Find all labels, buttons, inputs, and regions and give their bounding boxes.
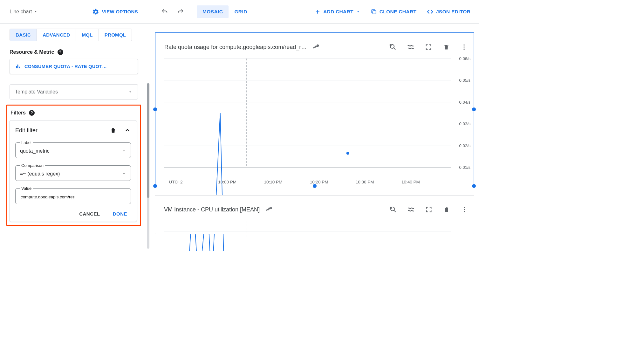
copy-icon: [371, 9, 377, 15]
chart-data-point: [346, 152, 349, 155]
svg-point-5: [390, 45, 394, 48]
chart-card-cpu-util[interactable]: VM Instance - CPU utilization [MEAN]: [155, 195, 474, 234]
caret-down-icon: [34, 10, 38, 14]
y-tick: 0.02/s: [459, 143, 470, 148]
done-button[interactable]: DONE: [113, 211, 127, 217]
resize-handle-right[interactable]: [472, 107, 476, 111]
tab-basic[interactable]: BASIC: [10, 29, 37, 41]
svg-point-12: [464, 209, 465, 210]
legend-button[interactable]: [404, 40, 418, 54]
resize-handle-br[interactable]: [472, 184, 476, 188]
legend-button[interactable]: [404, 203, 418, 217]
trash-icon: [443, 206, 450, 213]
delete-chart-button[interactable]: [439, 40, 453, 54]
clone-chart-button[interactable]: CLONE CHART: [366, 9, 421, 15]
filter-value-field[interactable]: Value: [15, 186, 131, 204]
resource-metric-label: Resource & Metric: [10, 49, 54, 55]
filter-comparison-value: =~ (equals regex): [20, 171, 60, 177]
filter-value-legend: Value: [20, 186, 33, 191]
chart-card-rate-quota[interactable]: Rate quota usage for compute.googleapis.…: [155, 32, 474, 186]
editor-mode-tabs: BASIC ADVANCED MQL PROMQL: [10, 29, 132, 41]
reset-zoom-icon: [389, 206, 397, 213]
chevron-up-icon[interactable]: [124, 127, 131, 134]
scrollbar-thumb[interactable]: [147, 83, 149, 198]
view-options-label: VIEW OPTIONS: [102, 9, 138, 14]
chart-title: VM Instance - CPU utilization [MEAN]: [164, 206, 260, 213]
anomaly-icon[interactable]: [312, 44, 319, 51]
y-tick: 0.03/s: [459, 121, 470, 126]
chart-type-dropdown[interactable]: Line chart: [10, 9, 38, 15]
clone-chart-label: CLONE CHART: [380, 9, 416, 15]
view-options-button[interactable]: VIEW OPTIONS: [92, 8, 138, 15]
filter-label-field[interactable]: Label quota_metric: [15, 140, 131, 158]
tab-mql[interactable]: MQL: [76, 29, 98, 41]
fullscreen-icon: [425, 206, 432, 213]
caret-down-icon: [122, 149, 126, 153]
redo-icon: [177, 8, 184, 15]
json-editor-button[interactable]: JSON EDITOR: [422, 8, 475, 15]
add-chart-button[interactable]: ADD CHART: [310, 9, 365, 15]
more-button[interactable]: [457, 40, 471, 54]
bar-chart-icon: [15, 64, 21, 69]
chart-cursor-line: [246, 221, 246, 237]
filters-label: Filters: [10, 110, 26, 116]
cancel-button[interactable]: CANCEL: [79, 211, 100, 217]
template-variables-label: Template Variables: [15, 89, 58, 95]
more-vert-icon: [461, 44, 468, 51]
plus-icon: [314, 9, 321, 15]
fullscreen-button[interactable]: [422, 203, 436, 217]
chart-plot-area[interactable]: 0.06/s 0.05/s 0.04/s 0.03/s 0.02/s 0.01/…: [164, 58, 451, 177]
undo-button[interactable]: [157, 4, 172, 19]
filter-card: Edit filter Label quota_metric: [9, 120, 137, 222]
template-variables-dropdown[interactable]: Template Variables: [10, 84, 138, 100]
svg-rect-0: [16, 66, 17, 69]
chart-title: Rate quota usage for compute.googleapis.…: [164, 44, 307, 51]
filters-highlight: Filters ? Edit filter Label: [6, 105, 141, 226]
y-tick: 0.04/s: [459, 100, 470, 104]
trash-icon[interactable]: [110, 127, 116, 134]
svg-point-8: [463, 49, 465, 50]
svg-point-11: [464, 207, 465, 208]
metric-selector[interactable]: CONSUMER QUOTA - RATE QUOT…: [10, 59, 138, 74]
trash-icon: [443, 44, 449, 51]
caret-down-icon: [128, 90, 133, 94]
reset-zoom-button[interactable]: [386, 40, 400, 54]
filter-comparison-legend: Comparison: [20, 163, 45, 168]
svg-point-6: [463, 45, 465, 46]
help-icon[interactable]: ?: [58, 49, 63, 55]
y-tick: 0.05/s: [459, 78, 470, 83]
caret-down-icon: [356, 10, 360, 14]
fullscreen-button[interactable]: [421, 40, 435, 54]
svg-rect-3: [373, 10, 376, 14]
more-vert-icon: [461, 206, 468, 213]
tab-advanced[interactable]: ADVANCED: [37, 29, 76, 41]
undo-icon: [161, 8, 168, 15]
redo-button[interactable]: [173, 4, 188, 19]
y-tick: 0.06/s: [459, 56, 470, 61]
caret-down-icon: [122, 172, 126, 176]
legend-icon: [407, 206, 415, 213]
filter-label-value: quota_metric: [20, 148, 50, 154]
json-editor-label: JSON EDITOR: [436, 9, 470, 15]
anomaly-icon[interactable]: [265, 206, 272, 213]
metric-chip-label: CONSUMER QUOTA - RATE QUOT…: [24, 64, 107, 69]
svg-rect-1: [17, 65, 18, 68]
filter-label-legend: Label: [20, 140, 33, 145]
tab-promql[interactable]: PROMQL: [99, 29, 132, 41]
fullscreen-icon: [425, 44, 432, 51]
help-icon[interactable]: ?: [29, 110, 35, 116]
more-button[interactable]: [457, 203, 471, 217]
resize-handle-bl[interactable]: [153, 184, 157, 188]
view-mode-mosaic[interactable]: MOSAIC: [197, 5, 229, 18]
y-tick: 0.01/s: [459, 165, 470, 170]
filter-comparison-field[interactable]: Comparison =~ (equals regex): [15, 163, 131, 181]
gear-icon: [92, 8, 99, 15]
filter-value-input[interactable]: [20, 194, 75, 200]
svg-point-13: [464, 211, 465, 212]
legend-icon: [407, 43, 414, 51]
resize-handle-left[interactable]: [153, 107, 157, 111]
reset-zoom-button[interactable]: [386, 203, 400, 217]
add-chart-label: ADD CHART: [323, 9, 353, 15]
delete-chart-button[interactable]: [440, 203, 454, 217]
view-mode-grid[interactable]: GRID: [229, 5, 253, 18]
